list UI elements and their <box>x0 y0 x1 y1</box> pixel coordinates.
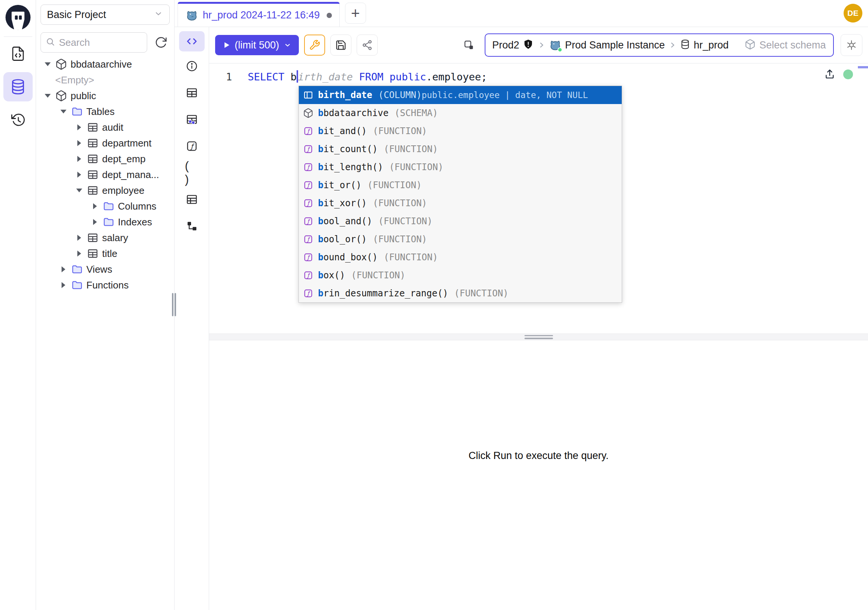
suggestion-bbdataarchive[interactable]: bbdataarchive(SCHEMA) <box>299 104 622 122</box>
caret-down-icon[interactable] <box>59 110 68 113</box>
caret-right-icon[interactable] <box>75 124 83 130</box>
tree-item-label: Tables <box>86 106 115 118</box>
suggestion-kind: (FUNCTION) <box>384 252 438 262</box>
project-select[interactable]: Basic Project <box>40 5 170 25</box>
tree-item-department[interactable]: department <box>36 135 174 151</box>
column-icon <box>302 89 314 101</box>
tree-item-label: title <box>102 248 117 259</box>
caret-right-icon[interactable] <box>75 235 83 241</box>
tree-item-label: audit <box>102 122 123 133</box>
results-resize-divider[interactable] <box>209 334 868 340</box>
caret-right-icon[interactable] <box>59 282 68 288</box>
suggestion-bit_or[interactable]: ƒbit_or()(FUNCTION) <box>299 176 622 194</box>
history-icon[interactable] <box>10 112 26 128</box>
suggestion-birth_date[interactable]: birth_date(COLUMN)public.employee | date… <box>299 86 622 104</box>
connection-button[interactable] <box>459 34 479 56</box>
tree-item-tables[interactable]: Tables <box>36 104 174 120</box>
sql-editor[interactable]: 1 SELECT birth_date FROM public.employee… <box>209 64 868 334</box>
tree-item-audit[interactable]: audit <box>36 120 174 135</box>
external-table-icon[interactable] <box>185 193 198 206</box>
function-icon: ƒ <box>302 161 314 173</box>
format-wrench-button[interactable] <box>304 34 325 56</box>
panel-resize-handle[interactable] <box>172 293 176 316</box>
tree-item-label: Views <box>86 264 112 275</box>
caret-right-icon[interactable] <box>75 250 83 256</box>
tree-item--empty-[interactable]: <Empty> <box>36 72 174 88</box>
avatar[interactable]: DE <box>843 4 862 23</box>
suggestion-bound_box[interactable]: ƒbound_box()(FUNCTION) <box>299 248 622 266</box>
suggestion-name: brin_desummarize_range() <box>318 288 448 299</box>
suggestion-bool_or[interactable]: ƒbool_or()(FUNCTION) <box>299 230 622 248</box>
run-button[interactable]: (limit 500) <box>215 35 299 55</box>
function-icon: ƒ <box>302 180 314 191</box>
tree-item-views[interactable]: Views <box>36 261 174 277</box>
breadcrumb-left[interactable]: Prod2 Prod Sample Instance <box>485 34 735 56</box>
new-tab-button[interactable]: + <box>345 3 366 24</box>
tree-item-indexes[interactable]: Indexes <box>36 214 174 230</box>
select-schema-button[interactable]: Select schema <box>735 34 834 56</box>
suggestion-kind: (FUNCTION) <box>378 216 433 227</box>
table-data-icon[interactable] <box>185 113 198 126</box>
resize-handle[interactable] <box>524 335 553 339</box>
tree-item-salary[interactable]: salary <box>36 230 174 246</box>
svg-text:ƒ: ƒ <box>306 236 310 243</box>
tree-item-dept-mana-[interactable]: dept_mana... <box>36 167 174 183</box>
caret-right-icon[interactable] <box>91 219 99 225</box>
worksheet-code-icon[interactable] <box>10 46 26 62</box>
function-icon: ƒ <box>302 234 314 245</box>
sql-editor-tab-active[interactable] <box>179 31 205 51</box>
caret-right-icon[interactable] <box>75 172 83 178</box>
suggestion-brin_desummarize_range[interactable]: ƒbrin_desummarize_range()(FUNCTION) <box>299 284 622 303</box>
caret-down-icon[interactable] <box>43 94 52 98</box>
suggestion-bit_count[interactable]: ƒbit_count()(FUNCTION) <box>299 140 622 158</box>
upload-icon[interactable] <box>824 68 836 80</box>
function-icon: ƒ <box>302 126 314 137</box>
caret-right-icon[interactable] <box>75 156 83 162</box>
refresh-icon[interactable] <box>152 34 170 51</box>
svg-text:ƒ: ƒ <box>306 254 310 261</box>
schema-diagram-icon[interactable] <box>185 219 198 233</box>
suggestion-box[interactable]: ƒbox()(FUNCTION) <box>299 266 622 284</box>
editor-toolbar: (limit 500) <box>209 27 868 64</box>
caret-right-icon[interactable] <box>75 140 83 146</box>
autocomplete-popup: birth_date(COLUMN)public.employee | date… <box>298 85 622 303</box>
info-icon[interactable] <box>185 59 198 73</box>
folder-icon <box>102 216 115 228</box>
tree-item-dept-emp[interactable]: dept_emp <box>36 151 174 167</box>
ai-assistant-button[interactable] <box>841 34 862 56</box>
search-input[interactable] <box>59 37 142 48</box>
caret-down-icon[interactable] <box>75 189 83 192</box>
rail-divider <box>4 36 32 37</box>
search-box[interactable] <box>40 32 147 53</box>
tree-item-bbdataarchive[interactable]: bbdataarchive <box>36 56 174 72</box>
suggestion-bool_and[interactable]: ƒbool_and()(FUNCTION) <box>299 212 622 230</box>
save-button[interactable] <box>330 34 352 56</box>
schema-panel: Basic Project bbdataarchive<Empty>public… <box>36 0 175 610</box>
caret-right-icon[interactable] <box>59 266 68 272</box>
suggestion-kind: (FUNCTION) <box>389 162 443 172</box>
suggestion-name: bit_length() <box>318 162 383 172</box>
tree-item-public[interactable]: public <box>36 88 174 104</box>
suggestion-bit_length[interactable]: ƒbit_length()(FUNCTION) <box>299 158 622 176</box>
procedure-parens-icon[interactable]: ( ) <box>185 166 198 180</box>
suggestion-bit_and[interactable]: ƒbit_and()(FUNCTION) <box>299 122 622 140</box>
app-window: Basic Project bbdataarchive<Empty>public… <box>0 0 868 610</box>
caret-right-icon[interactable] <box>91 203 99 209</box>
tree-item-employee[interactable]: employee <box>36 183 174 198</box>
tab-hr-prod[interactable]: hr_prod 2024-11-22 16:49 <box>178 2 340 27</box>
caret-down-icon[interactable] <box>43 62 52 66</box>
function-icon: ƒ <box>302 216 314 227</box>
tree-item-functions[interactable]: Functions <box>36 277 174 293</box>
tree-item-label: Functions <box>86 279 129 291</box>
postgresql-icon <box>186 9 198 22</box>
bytebase-logo-icon[interactable] <box>3 3 33 33</box>
tree-item-title[interactable]: title <box>36 246 174 261</box>
chevron-down-icon[interactable] <box>283 40 292 50</box>
tree-item-columns[interactable]: Columns <box>36 198 174 214</box>
database-nav-active[interactable] <box>3 72 33 101</box>
database-label: hr_prod <box>694 39 729 51</box>
suggestion-bit_xor[interactable]: ƒbit_xor()(FUNCTION) <box>299 194 622 212</box>
table-icon[interactable] <box>185 86 198 99</box>
function-icon[interactable]: ƒ <box>185 139 198 153</box>
share-button[interactable] <box>356 34 378 56</box>
